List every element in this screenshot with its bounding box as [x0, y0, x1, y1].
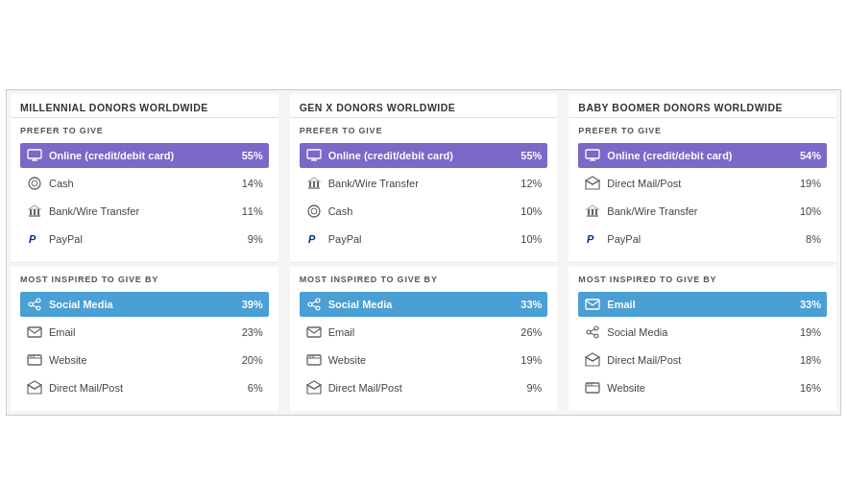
col-header-2: BABY BOOMER DONORS WORLDWIDE — [569, 94, 836, 118]
paypal-icon: P — [26, 230, 43, 248]
svg-line-15 — [33, 305, 36, 307]
inspired-item-2-0: Email33% — [578, 292, 827, 317]
inspired-section-1: MOST INSPIRED TO GIVE BY Social Media33%… — [290, 267, 558, 411]
svg-rect-44 — [586, 150, 599, 158]
prefer-item-pct-0-0: 55% — [236, 150, 263, 161]
svg-line-58 — [591, 329, 594, 331]
prefer-item-pct-0-1: 14% — [236, 178, 263, 189]
svg-rect-17 — [28, 355, 41, 365]
prefer-section-2: PREFER TO GIVE Online (credit/debit card… — [569, 118, 836, 263]
prefer-item-pct-1-2: 10% — [515, 205, 542, 217]
svg-point-30 — [308, 205, 320, 217]
prefer-item-pct-0-3: 9% — [236, 233, 263, 245]
prefer-item-label-0-2: Bank/Wire Transfer — [49, 205, 236, 217]
svg-rect-61 — [586, 383, 599, 393]
monitor-icon — [26, 147, 43, 164]
inspired-item-0-2: Website20% — [20, 348, 269, 372]
inspired-item-pct-2-2: 18% — [794, 354, 821, 366]
mail-icon — [26, 379, 43, 396]
prefer-title-1: PREFER TO GIVE — [300, 126, 548, 135]
inspired-item-pct-2-0: 33% — [794, 299, 821, 310]
prefer-item-2-2: Bank/Wire Transfer10% — [578, 199, 827, 224]
svg-marker-48 — [587, 205, 598, 209]
inspired-item-pct-2-1: 19% — [794, 326, 821, 338]
inspired-item-2-2: Direct Mail/Post18% — [578, 348, 827, 372]
website-icon — [584, 379, 601, 396]
inspired-item-1-0: Social Media33% — [300, 292, 548, 317]
prefer-item-pct-2-0: 54% — [794, 150, 821, 161]
svg-marker-47 — [586, 177, 599, 184]
prefer-item-pct-1-1: 12% — [515, 178, 542, 189]
prefer-item-1-0: Online (credit/debit card)55% — [300, 143, 548, 168]
inspired-item-pct-1-1: 26% — [515, 326, 542, 338]
inspired-item-label-2-2: Direct Mail/Post — [607, 354, 794, 366]
inspired-item-pct-0-1: 23% — [236, 326, 263, 338]
svg-rect-26 — [309, 181, 311, 187]
share-icon — [584, 324, 601, 341]
svg-rect-28 — [317, 181, 319, 187]
svg-line-37 — [312, 305, 316, 307]
inspired-item-label-2-0: Email — [607, 299, 794, 310]
cash-icon — [305, 203, 323, 220]
prefer-item-pct-2-3: 8% — [794, 233, 821, 245]
svg-rect-39 — [307, 355, 321, 365]
email-icon — [305, 324, 323, 341]
svg-point-34 — [316, 306, 320, 310]
prefer-item-label-2-3: PayPal — [607, 233, 794, 245]
svg-marker-5 — [29, 205, 40, 209]
svg-point-55 — [594, 326, 598, 330]
inspired-section-2: MOST INSPIRED TO GIVE BY Email33% Social… — [569, 267, 836, 411]
svg-rect-38 — [307, 327, 321, 337]
svg-rect-0 — [28, 150, 41, 158]
bank-icon — [305, 175, 323, 192]
svg-text:P: P — [29, 233, 36, 245]
svg-rect-49 — [588, 209, 590, 215]
prefer-title-0: PREFER TO GIVE — [20, 126, 269, 135]
col-header-0: MILLENNIAL DONORS WORLDWIDE — [11, 94, 278, 118]
inspired-item-1-3: Direct Mail/Post9% — [300, 375, 548, 400]
bank-icon — [26, 203, 43, 220]
prefer-item-0-0: Online (credit/debit card)55% — [20, 143, 269, 168]
prefer-section-1: PREFER TO GIVE Online (credit/debit card… — [290, 118, 558, 263]
prefer-title-2: PREFER TO GIVE — [578, 126, 827, 135]
prefer-item-label-1-2: Cash — [328, 205, 516, 217]
col-gap-1 — [561, 94, 565, 411]
svg-line-59 — [591, 333, 594, 335]
inspired-item-label-2-1: Social Media — [607, 326, 794, 338]
inspired-item-pct-1-2: 19% — [515, 354, 542, 366]
inspired-item-0-0: Social Media39% — [20, 292, 269, 317]
inspired-item-label-1-3: Direct Mail/Post — [328, 382, 516, 394]
inspired-title-0: MOST INSPIRED TO GIVE BY — [20, 275, 269, 284]
svg-point-4 — [32, 180, 37, 186]
main-container: MILLENNIAL DONORS WORLDWIDEPREFER TO GIV… — [6, 89, 841, 416]
prefer-item-label-1-1: Bank/Wire Transfer — [328, 178, 516, 189]
inspired-item-label-1-0: Social Media — [328, 299, 516, 310]
inspired-item-label-2-3: Website — [607, 382, 794, 394]
column-0: MILLENNIAL DONORS WORLDWIDEPREFER TO GIV… — [11, 94, 278, 411]
inspired-title-2: MOST INSPIRED TO GIVE BY — [578, 275, 827, 284]
inspired-item-0-3: Direct Mail/Post6% — [20, 375, 269, 400]
prefer-item-0-2: Bank/Wire Transfer11% — [20, 199, 269, 224]
prefer-item-label-1-3: PayPal — [328, 233, 516, 245]
svg-rect-51 — [595, 209, 597, 215]
prefer-item-label-0-1: Cash — [49, 178, 236, 189]
svg-rect-50 — [592, 209, 593, 215]
prefer-item-pct-1-3: 10% — [515, 233, 542, 245]
inspired-item-label-0-0: Social Media — [49, 299, 236, 310]
inspired-item-0-1: Email23% — [20, 320, 269, 345]
svg-line-36 — [312, 301, 316, 303]
inspired-item-label-0-3: Direct Mail/Post — [49, 382, 236, 394]
inspired-item-pct-0-0: 39% — [236, 299, 263, 310]
svg-rect-8 — [37, 209, 39, 215]
inspired-item-pct-1-0: 33% — [515, 299, 542, 310]
svg-rect-27 — [313, 181, 315, 187]
share-icon — [305, 296, 323, 313]
inspired-title-1: MOST INSPIRED TO GIVE BY — [300, 275, 548, 284]
svg-point-35 — [308, 302, 312, 306]
prefer-item-pct-0-2: 11% — [236, 205, 263, 217]
prefer-item-1-3: P PayPal10% — [300, 227, 548, 252]
svg-point-3 — [29, 178, 40, 189]
inspired-item-1-1: Email26% — [300, 320, 548, 345]
col-header-1: GEN X DONORS WORLDWIDE — [290, 94, 558, 118]
inspired-item-2-1: Social Media19% — [578, 320, 827, 345]
